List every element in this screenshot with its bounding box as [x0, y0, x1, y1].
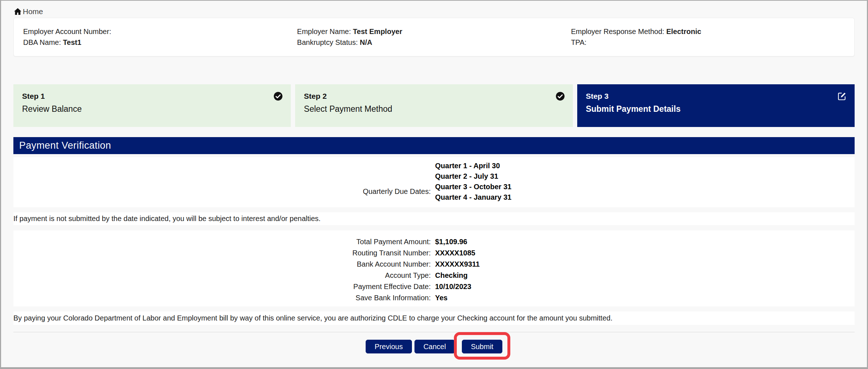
- payment-verification-page: Home Employer Account Number: DBA Name: …: [0, 0, 868, 369]
- detail-label: Account Type:: [13, 270, 431, 281]
- quarterly-due-dates-row: Quarterly Due Dates: Quarter 1 - April 3…: [13, 157, 855, 207]
- step-subtitle: Submit Payment Details: [586, 103, 847, 114]
- detail-label: Bank Account Number:: [13, 259, 431, 270]
- submit-button[interactable]: Submit: [462, 340, 502, 353]
- bankruptcy-status: Bankruptcy Status: N/A: [297, 37, 571, 48]
- step-title: Step 1: [22, 92, 283, 101]
- payment-effective-date-row: Payment Effective Date: 10/10/2023: [13, 281, 855, 292]
- penalty-notice: If payment is not submitted by the date …: [13, 212, 855, 225]
- employer-info-card: Employer Account Number: DBA Name: Test1…: [13, 18, 855, 56]
- breadcrumb-home-link[interactable]: Home: [23, 7, 43, 16]
- step-subtitle: Select Payment Method: [304, 103, 565, 114]
- employer-info-col-2: Employer Name: Test Employer Bankruptcy …: [297, 26, 571, 56]
- payment-verification-header: Payment Verification: [13, 137, 855, 154]
- quarterly-due-dates-values: Quarter 1 - April 30 Quarter 2 - July 31…: [431, 161, 511, 207]
- submit-button-wrapper: Submit: [462, 340, 502, 353]
- check-circle-icon: [273, 92, 283, 101]
- previous-button[interactable]: Previous: [366, 340, 412, 353]
- detail-label: Payment Effective Date:: [13, 281, 431, 292]
- section-title: Payment Verification: [19, 140, 111, 151]
- footer-divider: [13, 332, 855, 332]
- check-circle-icon: [556, 92, 565, 101]
- total-payment-amount-row: Total Payment Amount: $1,109.96: [13, 236, 855, 247]
- bank-account-number-row: Bank Account Number: XXXXXX9311: [13, 259, 855, 270]
- penalty-notice-text: If payment is not submitted by the date …: [13, 215, 320, 223]
- payment-details: Total Payment Amount: $1,109.96 Routing …: [13, 230, 855, 306]
- employer-account-number: Employer Account Number:: [23, 26, 297, 37]
- employer-info-col-3: Employer Response Method: Electronic TPA…: [571, 26, 845, 56]
- quarter-2-due-date: Quarter 2 - July 31: [435, 171, 511, 182]
- employer-info-col-1: Employer Account Number: DBA Name: Test1: [23, 26, 297, 56]
- detail-value: $1,109.96: [431, 236, 467, 247]
- account-type-row: Account Type: Checking: [13, 270, 855, 281]
- employer-name: Employer Name: Test Employer: [297, 26, 571, 37]
- detail-value: XXXXXX9311: [431, 259, 480, 270]
- employer-response-method: Employer Response Method: Electronic: [571, 26, 845, 37]
- detail-value: XXXXX1085: [431, 247, 475, 259]
- detail-value: Yes: [431, 292, 447, 304]
- detail-label: Total Payment Amount:: [13, 236, 431, 247]
- detail-label: Routing Transit Number:: [13, 247, 431, 259]
- step-3-submit-payment-details[interactable]: Step 3 Submit Payment Details: [577, 84, 855, 127]
- step-1-review-balance[interactable]: Step 1 Review Balance: [13, 84, 291, 127]
- quarter-4-due-date: Quarter 4 - January 31: [435, 192, 511, 203]
- step-title: Step 3: [586, 92, 847, 101]
- edit-icon: [837, 92, 847, 101]
- action-button-row: Previous Cancel Submit: [13, 340, 855, 353]
- step-wizard: Step 1 Review Balance Step 2 Select Paym…: [13, 84, 855, 127]
- step-2-select-payment-method[interactable]: Step 2 Select Payment Method: [295, 84, 573, 127]
- quarterly-due-dates-label: Quarterly Due Dates:: [13, 187, 431, 207]
- save-bank-information-row: Save Bank Information: Yes: [13, 292, 855, 304]
- authorization-notice-text: By paying your Colorado Department of La…: [13, 314, 612, 322]
- step-title: Step 2: [304, 92, 565, 101]
- home-icon: [13, 7, 22, 16]
- breadcrumb: Home: [13, 1, 855, 17]
- cancel-button[interactable]: Cancel: [414, 340, 455, 353]
- quarter-3-due-date: Quarter 3 - October 31: [435, 182, 511, 192]
- detail-value: 10/10/2023: [431, 281, 471, 292]
- step-subtitle: Review Balance: [22, 103, 283, 114]
- authorization-notice: By paying your Colorado Department of La…: [13, 311, 855, 325]
- tpa: TPA:: [571, 37, 845, 48]
- routing-transit-number-row: Routing Transit Number: XXXXX1085: [13, 247, 855, 259]
- detail-value: Checking: [431, 270, 468, 281]
- detail-label: Save Bank Information:: [13, 292, 431, 304]
- quarter-1-due-date: Quarter 1 - April 30: [435, 161, 511, 171]
- dba-name: DBA Name: Test1: [23, 37, 297, 48]
